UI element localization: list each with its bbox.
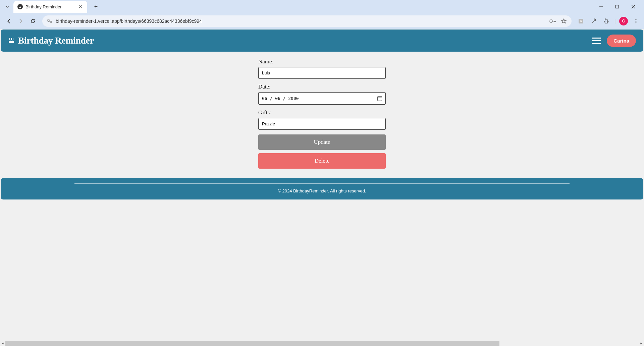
user-name: Carina — [613, 38, 629, 44]
browser-tab[interactable]: ▲ Birthday Reminder ✕ — [13, 1, 87, 13]
svg-rect-19 — [9, 42, 14, 43]
app-logo[interactable]: Birthday Reminder — [8, 36, 94, 46]
tab-title: Birthday Reminder — [25, 4, 75, 9]
gifts-label: Gifts: — [258, 109, 386, 116]
profile-letter: C — [622, 19, 625, 23]
extension-icon-1[interactable] — [576, 16, 586, 26]
close-window-button[interactable] — [627, 1, 640, 12]
hamburger-menu-button[interactable] — [592, 38, 601, 44]
bookmark-star-icon[interactable] — [561, 18, 567, 24]
header-right: Carina — [592, 35, 636, 47]
svg-rect-1 — [616, 5, 619, 8]
gifts-field-group: Gifts: — [258, 109, 386, 130]
extension-icon-2[interactable] — [589, 16, 598, 26]
svg-point-14 — [636, 21, 637, 22]
hamburger-line — [592, 40, 601, 41]
address-bar[interactable]: birthday-reminder-1.vercel.app/birthdays… — [42, 15, 572, 27]
tab-search-dropdown[interactable] — [3, 2, 12, 11]
app-viewport: Birthday Reminder Carina Name: Date: 06 … — [0, 29, 644, 346]
delete-button[interactable]: Delete — [258, 153, 386, 169]
password-key-icon[interactable] — [549, 19, 556, 23]
chrome-menu-button[interactable] — [631, 16, 641, 26]
date-label: Date: — [258, 83, 386, 90]
scroll-right-arrow[interactable]: ► — [639, 341, 644, 346]
svg-point-13 — [636, 19, 637, 20]
app-header: Birthday Reminder Carina — [1, 30, 643, 52]
horizontal-scrollbar[interactable]: ◄ ► — [0, 341, 644, 346]
user-badge[interactable]: Carina — [607, 35, 636, 47]
scrollbar-thumb[interactable] — [5, 341, 499, 346]
svg-rect-12 — [579, 19, 583, 23]
gifts-input[interactable] — [258, 118, 386, 130]
footer-divider — [74, 183, 570, 184]
footer-copyright: © 2024 BirthdayReminder. All rights rese… — [1, 188, 643, 193]
browser-chrome: ▲ Birthday Reminder ✕ + — [0, 0, 644, 29]
tab-close-button[interactable]: ✕ — [78, 4, 83, 9]
scrollbar-track[interactable] — [5, 341, 639, 346]
tab-bar: ▲ Birthday Reminder ✕ + — [0, 0, 644, 13]
toolbar-divider: | — [614, 18, 616, 24]
reload-button[interactable] — [28, 16, 38, 26]
toolbar-icons: | C — [576, 16, 641, 26]
extensions-puzzle-icon[interactable] — [602, 16, 611, 26]
url-text: birthday-reminder-1.vercel.app/birthdays… — [56, 18, 546, 24]
minimize-button[interactable] — [594, 1, 608, 12]
site-info-icon[interactable] — [47, 18, 52, 24]
svg-rect-4 — [48, 20, 49, 21]
new-tab-button[interactable]: + — [91, 2, 101, 11]
date-field-group: Date: 06 / 06 / 2000 — [258, 83, 386, 105]
name-input[interactable] — [258, 67, 386, 79]
address-bar-row: birthday-reminder-1.vercel.app/birthdays… — [0, 13, 644, 29]
scroll-left-arrow[interactable]: ◄ — [0, 341, 5, 346]
back-button[interactable] — [3, 16, 14, 26]
date-input[interactable]: 06 / 06 / 2000 — [258, 92, 386, 105]
update-button[interactable]: Update — [258, 134, 386, 150]
hamburger-line — [592, 43, 601, 44]
edit-birthday-form: Name: Date: 06 / 06 / 2000 Gifts: Update… — [255, 58, 389, 172]
date-value: 06 / 06 / 2000 — [262, 96, 299, 101]
tab-favicon-icon: ▲ — [17, 4, 23, 9]
svg-point-15 — [636, 22, 637, 23]
calendar-icon[interactable] — [377, 96, 382, 101]
app-footer: © 2024 BirthdayReminder. All rights rese… — [1, 178, 643, 199]
maximize-button[interactable] — [610, 1, 624, 12]
name-field-group: Name: — [258, 58, 386, 79]
window-controls — [594, 1, 644, 12]
name-label: Name: — [258, 58, 386, 65]
app-title: Birthday Reminder — [18, 36, 94, 46]
hamburger-line — [592, 38, 601, 39]
address-bar-icons — [549, 18, 567, 24]
profile-avatar[interactable]: C — [619, 17, 628, 25]
forward-button[interactable] — [15, 16, 26, 26]
cake-icon — [8, 37, 15, 44]
svg-point-8 — [550, 20, 552, 22]
